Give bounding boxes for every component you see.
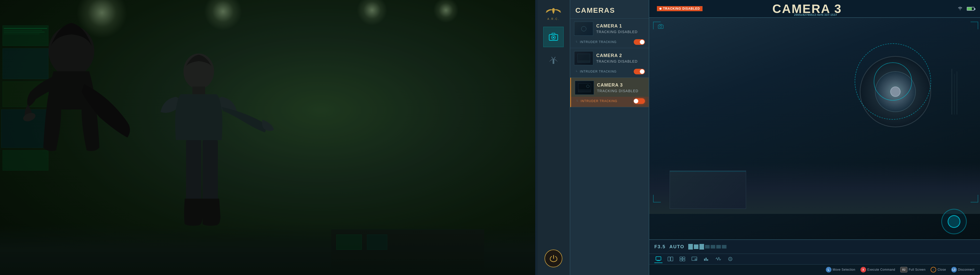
camera-3-tracking-row: └ INTRUDER TRACKING xyxy=(571,97,649,107)
slider-bar-1 xyxy=(688,244,693,250)
svg-rect-9 xyxy=(553,60,554,64)
camera-settings-row: F3.5 AUTO xyxy=(649,240,980,254)
corner-bracket-tl xyxy=(653,22,661,29)
badge-indicator-dot xyxy=(659,8,662,10)
sidebar-item-signals[interactable] xyxy=(543,50,564,70)
game-scene xyxy=(0,0,535,275)
camera-2-header: CAMERA 2 TRACKING DISABLED xyxy=(570,48,649,67)
view-grid-4-icon[interactable] xyxy=(678,255,686,263)
camera-1-toggle[interactable] xyxy=(634,39,645,45)
camera-item-2[interactable]: CAMERA 2 TRACKING DISABLED └ INTRUDER TR… xyxy=(570,48,649,78)
camera-item-3[interactable]: CAMERA 3 TRACKING DISABLED └ INTRUDER TR… xyxy=(570,78,649,107)
svg-point-25 xyxy=(730,258,731,260)
camera-1-tracking-label: INTRUDER TRACKING xyxy=(579,40,634,44)
ui-panel: A.R.C. xyxy=(537,0,980,275)
camera-3-thumbnail xyxy=(575,81,594,95)
svg-point-8 xyxy=(553,37,554,38)
svg-rect-12 xyxy=(656,257,661,260)
camera-bottom-controls: F3.5 AUTO xyxy=(649,239,980,275)
disconnect-label: Disconnect xyxy=(958,268,974,272)
action-close[interactable]: ○ Close xyxy=(931,267,946,272)
camera-3-toggle[interactable] xyxy=(634,98,645,104)
key-circle-icon: ○ xyxy=(931,267,936,272)
cameras-header: CAMERAS xyxy=(570,0,649,19)
camera-feed xyxy=(649,18,980,239)
camera-2-toggle[interactable] xyxy=(634,69,645,74)
camera-1-info: CAMERA 1 TRACKING DISABLED xyxy=(593,24,645,34)
joystick-inner-circle xyxy=(948,215,960,228)
move-selection-label: Move Selection xyxy=(833,268,855,272)
slider-bar-5 xyxy=(711,245,715,248)
view-grid-2-icon[interactable] xyxy=(666,255,675,263)
svg-rect-5 xyxy=(202,140,218,204)
svg-rect-16 xyxy=(682,257,685,259)
joystick-control[interactable] xyxy=(941,209,967,234)
corner-bracket-br xyxy=(970,195,978,202)
svg-rect-14 xyxy=(671,257,673,261)
camera-2-status: TRACKING DISABLED xyxy=(596,59,645,64)
action-disconnect[interactable]: L3 Disconnect xyxy=(951,267,974,272)
key-l3-icon: L3 xyxy=(951,267,957,272)
action-move-selection[interactable]: L Move Selection xyxy=(826,267,855,272)
svg-rect-21 xyxy=(704,259,705,261)
slider-bar-7 xyxy=(722,245,727,248)
logo-text: A.R.C. xyxy=(547,17,559,21)
camera-3-toggle-knob xyxy=(634,99,638,103)
camera-2-info: CAMERA 2 TRACKING DISABLED xyxy=(593,53,645,64)
camera-3-info: CAMERA 3 TRACKING DISABLED xyxy=(594,83,645,93)
svg-rect-18 xyxy=(682,259,685,261)
camera-1-status: TRACKING DISABLED xyxy=(596,30,645,34)
view-bar-chart-icon[interactable] xyxy=(702,255,710,263)
camera-2-tracking-row: └ INTRUDER TRACKING xyxy=(570,67,649,78)
svg-rect-3 xyxy=(192,87,205,94)
scene-separator xyxy=(535,0,537,275)
camera-main-header: TRACKING DISABLED CAMERA 3 2005x827865c2… xyxy=(649,0,980,18)
camera-3-status: TRACKING DISABLED xyxy=(597,89,645,93)
exposure-slider[interactable] xyxy=(688,244,727,250)
action-execute-command[interactable]: X Execute Command xyxy=(861,267,896,272)
corner-bracket-bl xyxy=(653,195,661,202)
key-x-icon: X xyxy=(861,267,866,272)
corner-bracket-tr xyxy=(970,22,978,29)
floor-console xyxy=(331,229,484,275)
camera-coords: 2005x827865c2:4ef5:337:1537 xyxy=(794,13,837,16)
wifi-icon xyxy=(957,6,963,12)
camera-main-view: TRACKING DISABLED CAMERA 3 2005x827865c2… xyxy=(649,0,980,275)
key-r2-icon: R2 xyxy=(900,267,907,272)
camera-3-header: CAMERA 3 TRACKING DISABLED xyxy=(571,78,649,97)
view-pip-icon[interactable] xyxy=(690,255,698,263)
sidebar-item-cameras[interactable] xyxy=(543,27,564,47)
fullscreen-label: Full Screen xyxy=(908,268,926,272)
svg-rect-15 xyxy=(680,257,682,259)
execute-command-label: Execute Command xyxy=(867,268,896,272)
camera-1-tracking-row: └ INTRUDER TRACKING xyxy=(570,38,649,48)
camera-2-tracking-label: INTRUDER TRACKING xyxy=(579,70,634,73)
close-label: Close xyxy=(937,268,946,272)
logo-wings-svg xyxy=(544,5,562,17)
character-right xyxy=(148,51,275,242)
action-bar: L Move Selection X Execute Command R2 xyxy=(649,265,980,275)
camera-icon xyxy=(548,32,558,42)
camera-item-1[interactable]: CAMERA 1 TRACKING DISABLED └ INTRUDER TR… xyxy=(570,19,649,48)
power-icon xyxy=(549,254,558,263)
svg-rect-23 xyxy=(707,259,708,261)
camera-2-toggle-knob xyxy=(640,69,644,74)
battery-fill xyxy=(967,7,972,10)
camera-2-name: CAMERA 2 xyxy=(596,53,645,58)
view-waveform-icon[interactable] xyxy=(714,255,722,263)
camera-1-header: CAMERA 1 TRACKING DISABLED xyxy=(570,19,649,38)
feed-equipment-1 xyxy=(670,171,746,209)
power-button[interactable] xyxy=(544,250,562,267)
camera-3-name: CAMERA 3 xyxy=(597,83,645,88)
svg-rect-20 xyxy=(695,258,697,260)
key-l-icon: L xyxy=(826,267,832,272)
view-monitor-icon[interactable] xyxy=(654,255,662,263)
action-fullscreen[interactable]: R2 Full Screen xyxy=(900,267,926,272)
svg-rect-13 xyxy=(668,257,670,261)
arc-logo: A.R.C. xyxy=(543,5,564,21)
header-right-icons xyxy=(957,6,974,12)
view-vectorscope-icon[interactable] xyxy=(726,255,734,263)
joystick-outer-ring xyxy=(941,209,967,234)
svg-rect-17 xyxy=(680,259,682,261)
slider-bar-3 xyxy=(700,244,704,250)
